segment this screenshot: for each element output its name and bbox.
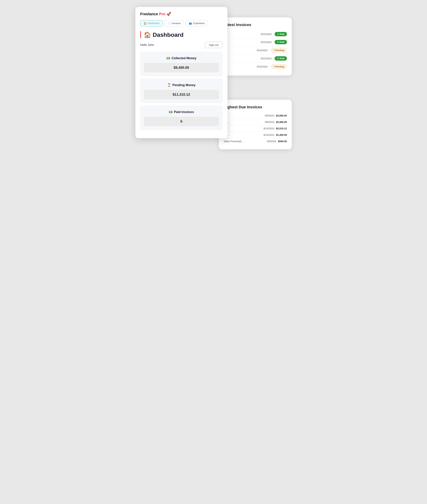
- invoice-row: ... 9/15/2024 ✔ Paid: [224, 38, 287, 46]
- invoice-status-badge: ✔ Paid: [274, 40, 287, 44]
- stat-card-collected-money: 💵 Collected Money $9,400.00: [140, 52, 223, 76]
- invoice-row: ... 9/12/2024 ✔ Paid: [224, 54, 287, 62]
- page-title-icon: 🏠: [144, 31, 151, 38]
- invoice-name: ...: [224, 57, 258, 60]
- customers-tab-icon: 👥: [189, 22, 192, 25]
- tab-customers[interactable]: 👥 Customers: [186, 20, 208, 26]
- due-invoice-name: sult...: [224, 133, 262, 136]
- stat-label: Collected Money: [172, 56, 196, 60]
- page-title-row: 🏠 Dashboard: [140, 31, 223, 38]
- stat-icon: 💵: [166, 56, 170, 60]
- stat-card-paid-invoices: 💵 Paid Invoices 5: [140, 106, 223, 130]
- invoice-date: 9/15/2024: [261, 41, 271, 44]
- invoice-row: 9/15/2024 ✔ Paid: [224, 30, 287, 38]
- page-title: 🏠 Dashboard: [144, 31, 184, 38]
- invoice-status-badge: ? Pending: [271, 64, 287, 69]
- due-invoice-date: 9/10/2024: [263, 127, 274, 130]
- due-invoice-amount: $4,000.00: [276, 114, 287, 117]
- invoice-date: 9/10/2024: [257, 65, 267, 68]
- customers-tab-label: Customers: [193, 22, 205, 25]
- invoice-date: 9/12/2024: [261, 57, 271, 60]
- sign-out-button[interactable]: Sign out: [205, 42, 222, 48]
- stat-label: Paid Invoices: [174, 110, 194, 114]
- stat-icon: 💵: [169, 110, 173, 114]
- tab-invoices[interactable]: 📄 Invoices: [164, 20, 184, 26]
- logo-text-freelance: Freelance: [140, 12, 158, 16]
- stat-value: 5: [144, 117, 219, 126]
- stat-title: 💵 Paid Invoices: [144, 110, 219, 114]
- due-invoice-amount: $2,010.12: [276, 127, 287, 130]
- stat-cards: 💵 Collected Money $9,400.00 ⏳ Pending Mo…: [140, 52, 223, 130]
- stat-label: Pending Money: [172, 83, 196, 87]
- stat-card-pending-money: ⏳ Pending Money $11,310.12: [140, 79, 223, 103]
- due-invoice-name: Sales Presentati...: [224, 140, 265, 143]
- highest-due-title: Highest Due Invoices: [224, 105, 287, 109]
- invoice-row: s... 9/10/2024 ? Pending: [224, 62, 287, 71]
- dashboard-tab-icon: 🏠: [144, 22, 146, 25]
- due-invoice-date: 9/9/2024: [265, 114, 274, 117]
- dashboard-tab-label: Dashboard: [148, 22, 160, 25]
- invoice-name: s...: [224, 49, 254, 52]
- invoice-status-badge: ✔ Paid: [274, 32, 287, 36]
- tab-dashboard[interactable]: 🏠 Dashboard: [140, 20, 163, 26]
- hello-row: Hello John Sign out: [140, 42, 223, 48]
- due-row: ves... 9/9/2024 $3,400.00: [224, 119, 287, 125]
- due-row: sult... 9/14/2024 $1,400.00: [224, 132, 287, 138]
- invoice-date: 9/14/2024: [257, 49, 267, 52]
- greeting-text: Hello John: [140, 43, 154, 47]
- invoices-tab-label: Invoices: [172, 22, 181, 25]
- stat-icon: ⏳: [167, 83, 171, 87]
- scene: Latest Invoices 9/15/2024 ✔ Paid ... 9/1…: [135, 7, 292, 149]
- dashboard-card: FreelancePro 🚀 🏠 Dashboard 📄 Invoices 👥 …: [135, 7, 228, 138]
- page-title-text: Dashboard: [153, 31, 184, 38]
- stat-title: ⏳ Pending Money: [144, 83, 219, 87]
- due-invoice-amount: $500.00: [278, 140, 287, 143]
- due-invoice-amount: $3,400.00: [276, 121, 287, 123]
- app-header: FreelancePro 🚀: [140, 12, 223, 16]
- invoice-status-badge: ✔ Paid: [274, 56, 287, 61]
- app-logo: FreelancePro 🚀: [140, 12, 171, 16]
- due-invoice-date: 9/9/2024: [265, 121, 274, 123]
- nav-tabs: 🏠 Dashboard 📄 Invoices 👥 Customers: [140, 20, 223, 26]
- due-invoice-date: 9/9/2024: [267, 140, 276, 143]
- invoice-row: s... 9/14/2024 ? Pending: [224, 46, 287, 54]
- due-row: eb... 9/9/2024 $4,000.00: [224, 112, 287, 119]
- stat-title: 💵 Collected Money: [144, 56, 219, 60]
- due-row: Sales Presentati... 9/9/2024 $500.00: [224, 138, 287, 144]
- highest-due-card: Highest Due Invoices eb... 9/9/2024 $4,0…: [219, 100, 292, 149]
- invoice-name: ...: [224, 41, 258, 44]
- logo-text-pro: Pro: [159, 12, 165, 16]
- invoice-status-badge: ? Pending: [271, 48, 287, 53]
- invoices-tab-icon: 📄: [168, 22, 171, 25]
- stat-value: $11,310.12: [144, 90, 219, 99]
- logo-rocket-icon: 🚀: [167, 12, 171, 16]
- due-invoice-name: ves...: [224, 121, 263, 123]
- latest-invoices-card: Latest Invoices 9/15/2024 ✔ Paid ... 9/1…: [219, 17, 292, 75]
- due-row: se... 9/10/2024 $2,010.12: [224, 125, 287, 132]
- due-invoice-amount: $1,400.00: [276, 133, 287, 136]
- invoice-date: 9/15/2024: [261, 33, 271, 36]
- due-invoice-name: se...: [224, 127, 262, 130]
- due-invoice-name: eb...: [224, 114, 263, 117]
- due-invoice-date: 9/14/2024: [263, 133, 274, 136]
- latest-invoices-list: 9/15/2024 ✔ Paid ... 9/15/2024 ✔ Paid s.…: [224, 30, 287, 71]
- invoice-name: s...: [224, 65, 254, 68]
- latest-invoices-title: Latest Invoices: [224, 22, 287, 27]
- highest-due-list: eb... 9/9/2024 $4,000.00 ves... 9/9/2024…: [224, 112, 287, 144]
- stat-value: $9,400.00: [144, 63, 219, 72]
